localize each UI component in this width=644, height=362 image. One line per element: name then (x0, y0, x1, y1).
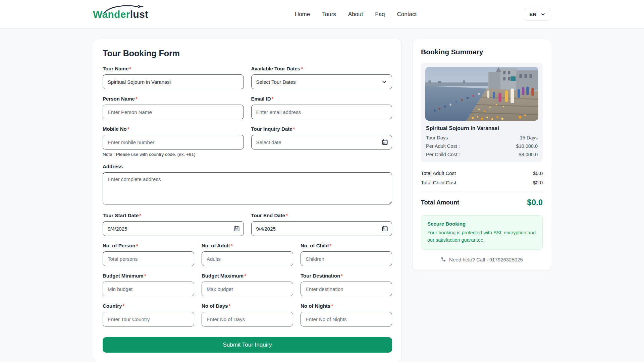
per-child-cost-label: Per Child Cost : (426, 152, 460, 157)
logo[interactable]: Wanderlust (93, 9, 148, 20)
inquiry-date-field: Tour Inquiry Date* (251, 126, 392, 157)
total-amount-value: $0.0 (527, 198, 543, 207)
destination-input[interactable] (301, 282, 392, 296)
form-title: Tour Booking Form (103, 49, 392, 58)
available-dates-label: Available Tour Dates* (251, 66, 392, 71)
totals-section: Total Adult Cost $0.0 Total Child Cost $… (421, 170, 543, 207)
nav-item-tours[interactable]: Tours (322, 11, 336, 18)
inquiry-date-input[interactable] (251, 135, 392, 149)
total-amount-row: Total Amount $0.0 (421, 198, 543, 207)
person-name-field: Person Name* (103, 96, 244, 119)
required-mark: * (329, 243, 331, 248)
address-textarea[interactable] (103, 172, 392, 204)
nav-item-home[interactable]: Home (295, 11, 310, 18)
nav-item-faq[interactable]: Faq (375, 11, 385, 18)
destination-field: Tour Destination* (301, 273, 392, 296)
no-child-label: No. of Child* (301, 243, 392, 248)
tour-days-label: Tour Days : (426, 135, 450, 140)
country-field: Country* (103, 303, 194, 326)
destination-label: Tour Destination* (301, 273, 392, 279)
summary-tour-title: Spiritual Sojourn in Varanasi (426, 125, 538, 131)
no-person-field: No. of Person* (103, 243, 194, 266)
no-adult-field: No. of Adult* (202, 243, 293, 266)
total-adult-cost-label: Total Adult Cost (421, 170, 456, 176)
top-navbar: Wanderlust Home Tours About Faq Contact … (0, 0, 644, 29)
no-child-field: No. of Child* (301, 243, 392, 266)
submit-tour-inquiry-button[interactable]: Submit Tour Inquiry (103, 337, 392, 353)
no-days-field: No of Days* (202, 303, 293, 326)
budget-max-field: Budget Maximum* (202, 273, 293, 296)
booking-summary-card: Booking Summary (413, 39, 551, 271)
secure-booking-box: Secure Booking Your booking is protected… (421, 215, 543, 250)
no-adult-input[interactable] (202, 251, 293, 266)
tour-summary-box: Spiritual Sojourn in Varanasi Tour Days … (421, 63, 543, 162)
required-mark: * (286, 213, 288, 218)
required-mark: * (129, 66, 131, 71)
available-dates-value: Select Tour Dates (256, 79, 296, 85)
nav-item-contact[interactable]: Contact (397, 11, 417, 18)
country-label: Country* (103, 303, 194, 309)
budget-max-input[interactable] (202, 282, 293, 296)
required-mark: * (341, 273, 343, 279)
no-days-input[interactable] (202, 312, 293, 326)
budget-min-field: Budget Minimum* (103, 273, 194, 296)
total-child-cost-value: $0.0 (533, 180, 543, 185)
person-name-input[interactable] (103, 105, 244, 119)
total-child-cost-label: Total Child Cost (421, 180, 456, 185)
address-field: Address (103, 164, 392, 206)
no-child-input[interactable] (301, 251, 392, 266)
tour-name-input[interactable] (103, 74, 244, 89)
tour-days-row: Tour Days : 15 Days (426, 135, 538, 140)
required-mark: * (136, 243, 138, 248)
email-field: Email ID* (251, 96, 392, 119)
required-mark: * (244, 273, 246, 279)
total-adult-cost-row: Total Adult Cost $0.0 (421, 170, 543, 176)
budget-max-label: Budget Maximum* (202, 273, 293, 279)
required-mark: * (144, 273, 146, 279)
no-person-input[interactable] (103, 251, 194, 266)
email-input[interactable] (251, 105, 392, 119)
chevron-down-icon (540, 12, 546, 17)
per-child-cost-value: $8,000.0 (519, 152, 538, 157)
secure-booking-title: Secure Booking (427, 221, 536, 227)
total-child-cost-row: Total Child Cost $0.0 (421, 180, 543, 185)
tour-name-field: Tour Name* (103, 66, 244, 89)
no-nights-field: No of Nights* (301, 303, 392, 326)
per-adult-cost-value: $10,000.0 (516, 143, 538, 149)
start-date-field: Tour Start Date* (103, 213, 244, 236)
end-date-input[interactable] (251, 221, 392, 236)
mobile-input[interactable] (103, 135, 244, 149)
chevron-down-icon (381, 79, 387, 85)
required-mark: * (230, 243, 232, 248)
per-adult-cost-row: Per Adult Cost : $10,000.0 (426, 143, 538, 149)
no-nights-input[interactable] (301, 312, 392, 326)
mobile-label: Mobile No* (103, 126, 244, 132)
start-date-label: Tour Start Date* (103, 213, 244, 218)
mobile-field: Mobile No* Note : Please use with countr… (103, 126, 244, 157)
country-input[interactable] (103, 312, 194, 326)
per-child-cost-row: Per Child Cost : $8,000.0 (426, 152, 538, 157)
page-content: Tour Booking Form Tour Name* Available T… (93, 29, 551, 362)
start-date-input[interactable] (103, 221, 244, 236)
no-person-label: No. of Person* (103, 243, 194, 248)
tour-booking-form-card: Tour Booking Form Tour Name* Available T… (93, 39, 402, 362)
available-dates-field: Available Tour Dates* Select Tour Dates (251, 66, 392, 89)
budget-min-label: Budget Minimum* (103, 273, 194, 279)
main-nav: Home Tours About Faq Contact (295, 11, 417, 18)
nav-item-about[interactable]: About (348, 11, 363, 18)
total-adult-cost-value: $0.0 (533, 170, 543, 176)
summary-title: Booking Summary (421, 48, 543, 56)
person-name-label: Person Name* (103, 96, 244, 102)
secure-booking-text: Your booking is protected with SSL encry… (427, 229, 536, 244)
budget-min-input[interactable] (103, 282, 194, 296)
tour-image (425, 67, 538, 121)
language-selector[interactable]: EN (524, 8, 551, 21)
tour-name-label: Tour Name* (103, 66, 244, 71)
end-date-field: Tour End Date* (251, 213, 392, 236)
mobile-note: Note : Please use with country code. (ex… (103, 152, 244, 157)
available-dates-select[interactable]: Select Tour Dates (251, 74, 392, 89)
required-mark: * (139, 213, 141, 218)
help-line: Need help? Call +917926325025 (421, 257, 543, 262)
per-adult-cost-label: Per Adult Cost : (426, 143, 460, 149)
address-label: Address (103, 164, 392, 169)
